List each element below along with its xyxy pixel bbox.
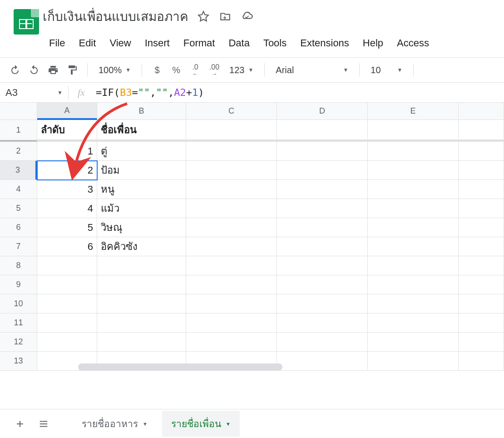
cell-B5[interactable]: แม้ว bbox=[97, 199, 186, 218]
row-header-13[interactable]: 13 bbox=[0, 352, 37, 371]
menu-edit[interactable]: Edit bbox=[72, 35, 102, 52]
row-header-7[interactable]: 7 bbox=[0, 237, 37, 256]
cell[interactable] bbox=[368, 333, 459, 352]
cell[interactable] bbox=[277, 237, 368, 256]
cell[interactable] bbox=[186, 294, 277, 314]
cell[interactable] bbox=[459, 199, 504, 218]
row-header-12[interactable]: 12 bbox=[0, 333, 37, 352]
cell[interactable] bbox=[186, 161, 277, 180]
cell[interactable] bbox=[459, 218, 504, 237]
horizontal-scrollbar[interactable] bbox=[78, 363, 282, 371]
menu-view[interactable]: View bbox=[103, 35, 137, 52]
cell[interactable] bbox=[368, 314, 459, 333]
cell[interactable] bbox=[277, 275, 368, 294]
cell[interactable] bbox=[277, 180, 368, 199]
row-header-11[interactable]: 11 bbox=[0, 314, 37, 333]
cell[interactable] bbox=[97, 333, 186, 352]
cell[interactable] bbox=[368, 256, 459, 275]
cell[interactable] bbox=[186, 199, 277, 218]
name-box[interactable]: A3▼ bbox=[0, 87, 68, 99]
cell[interactable] bbox=[277, 161, 368, 180]
cell[interactable] bbox=[37, 256, 97, 275]
cell[interactable] bbox=[459, 237, 504, 256]
cell[interactable] bbox=[186, 142, 277, 161]
cell[interactable] bbox=[97, 256, 186, 275]
cell[interactable] bbox=[459, 333, 504, 352]
cell-B3[interactable]: ป้อม bbox=[97, 161, 186, 180]
add-sheet-button[interactable]: + bbox=[11, 415, 29, 433]
cell[interactable] bbox=[277, 218, 368, 237]
cell[interactable] bbox=[277, 352, 368, 371]
menu-format[interactable]: Format bbox=[177, 35, 222, 52]
cell-F1[interactable] bbox=[459, 120, 504, 140]
cell[interactable] bbox=[277, 333, 368, 352]
increase-decimal-button[interactable]: .00→ bbox=[206, 61, 223, 79]
percent-button[interactable]: % bbox=[168, 61, 185, 79]
cell[interactable] bbox=[186, 180, 277, 199]
cell-E1[interactable] bbox=[368, 120, 459, 140]
cell-C1[interactable] bbox=[186, 120, 277, 140]
cell[interactable] bbox=[368, 294, 459, 314]
zoom-dropdown[interactable]: 100%▼ bbox=[94, 61, 135, 79]
cell[interactable] bbox=[37, 333, 97, 352]
cell-D1[interactable] bbox=[277, 120, 368, 140]
print-button[interactable] bbox=[44, 61, 62, 79]
cell[interactable] bbox=[368, 180, 459, 199]
cell[interactable] bbox=[459, 352, 504, 371]
cell[interactable] bbox=[277, 199, 368, 218]
currency-button[interactable]: $ bbox=[148, 61, 166, 79]
font-dropdown[interactable]: Arial▼ bbox=[271, 61, 353, 79]
cell[interactable] bbox=[37, 275, 97, 294]
cell[interactable] bbox=[97, 314, 186, 333]
cell-B7[interactable]: อิคคิวซัง bbox=[97, 237, 186, 256]
move-folder-icon[interactable] bbox=[218, 10, 232, 23]
cell[interactable] bbox=[459, 161, 504, 180]
sheets-logo[interactable] bbox=[14, 9, 39, 35]
cell[interactable] bbox=[368, 237, 459, 256]
cell-A1[interactable]: ลำดับ bbox=[37, 120, 97, 140]
cell[interactable] bbox=[368, 142, 459, 161]
star-icon[interactable] bbox=[197, 10, 210, 23]
menu-extensions[interactable]: Extensions bbox=[294, 35, 356, 52]
row-header-10[interactable]: 10 bbox=[0, 294, 37, 314]
sheet-tab-2[interactable]: รายชื่อเพื่อน▼ bbox=[162, 411, 240, 437]
cell[interactable] bbox=[368, 352, 459, 371]
paint-format-button[interactable] bbox=[64, 61, 81, 79]
cell[interactable] bbox=[186, 237, 277, 256]
formula-input[interactable]: =IF(B3="","",A2+1) bbox=[94, 87, 504, 98]
cell[interactable] bbox=[277, 256, 368, 275]
cell-B6[interactable]: วิษณุ bbox=[97, 218, 186, 237]
cell-A3[interactable]: 2 bbox=[37, 161, 97, 180]
row-header-1[interactable]: 1 bbox=[0, 120, 37, 142]
col-header-E[interactable]: E bbox=[368, 103, 459, 120]
cell[interactable] bbox=[97, 294, 186, 314]
cell[interactable] bbox=[459, 142, 504, 161]
col-header-B[interactable]: B bbox=[97, 103, 186, 120]
col-header-C[interactable]: C bbox=[186, 103, 277, 120]
all-sheets-button[interactable] bbox=[35, 415, 53, 433]
cell[interactable] bbox=[368, 199, 459, 218]
menu-help[interactable]: Help bbox=[356, 35, 390, 52]
cell-A4[interactable]: 3 bbox=[37, 180, 97, 199]
menu-data[interactable]: Data bbox=[222, 35, 256, 52]
cell[interactable] bbox=[186, 256, 277, 275]
row-header-8[interactable]: 8 bbox=[0, 256, 37, 275]
cell-A6[interactable]: 5 bbox=[37, 218, 97, 237]
row-header-5[interactable]: 5 bbox=[0, 199, 37, 218]
cell[interactable] bbox=[368, 218, 459, 237]
redo-button[interactable] bbox=[25, 61, 43, 79]
cell[interactable] bbox=[37, 314, 97, 333]
cell[interactable] bbox=[97, 275, 186, 294]
cell[interactable] bbox=[186, 218, 277, 237]
cell[interactable] bbox=[459, 275, 504, 294]
row-header-9[interactable]: 9 bbox=[0, 275, 37, 294]
menu-tools[interactable]: Tools bbox=[257, 35, 293, 52]
select-all-corner[interactable] bbox=[0, 103, 37, 120]
cell[interactable] bbox=[277, 294, 368, 314]
cell-B2[interactable]: ตู่ bbox=[97, 142, 186, 161]
number-format-dropdown[interactable]: 123▼ bbox=[225, 61, 258, 79]
cell[interactable] bbox=[186, 275, 277, 294]
row-header-6[interactable]: 6 bbox=[0, 218, 37, 237]
menu-insert[interactable]: Insert bbox=[138, 35, 176, 52]
document-title[interactable]: เก็บเงินเพื่อนแบบเสมอภาค bbox=[43, 6, 188, 26]
